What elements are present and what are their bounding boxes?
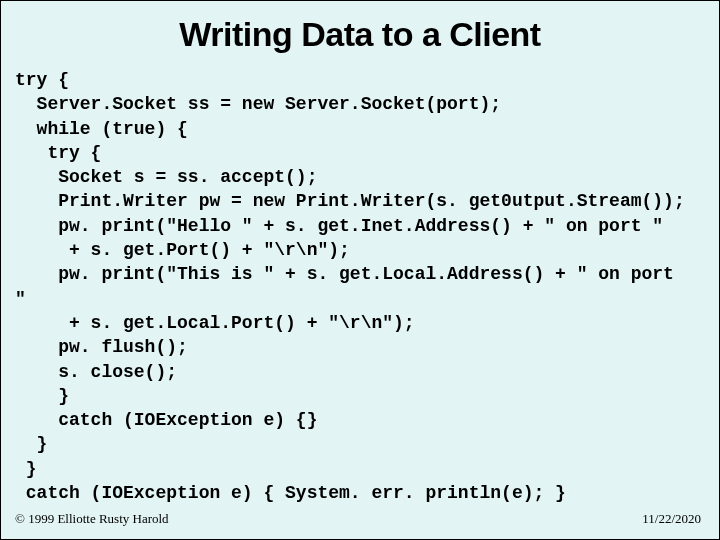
slide-title: Writing Data to a Client (1, 1, 719, 62)
code-block: try { Server.Socket ss = new Server.Sock… (1, 62, 719, 505)
copyright-text: © 1999 Elliotte Rusty Harold (15, 511, 169, 527)
date-text: 11/22/2020 (642, 511, 701, 527)
